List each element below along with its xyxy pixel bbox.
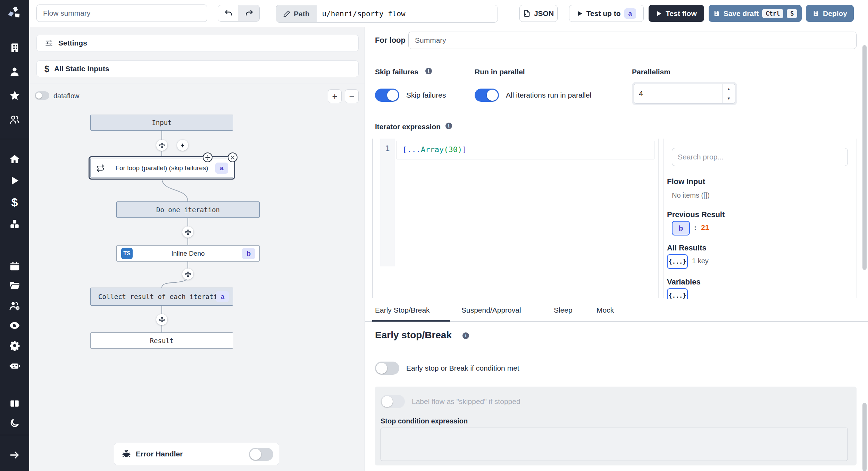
close-icon xyxy=(230,155,235,160)
play-icon xyxy=(656,10,662,17)
star-icon[interactable] xyxy=(0,88,29,103)
inspector-tabs: Early Stop/Break Suspend/Approval Sleep … xyxy=(365,299,868,322)
scrollbar-thumb[interactable] xyxy=(862,45,867,270)
user-icon[interactable] xyxy=(0,64,29,79)
tab-sleep[interactable]: Sleep xyxy=(554,299,573,321)
all-results-heading: All Results xyxy=(667,243,707,253)
run-in-parallel-toggle[interactable] xyxy=(475,89,499,102)
variables-heading: Variables xyxy=(667,278,701,287)
step-id-badge: a xyxy=(215,163,228,174)
dataflow-label: dataflow xyxy=(53,92,80,100)
expand-arrow-icon[interactable] xyxy=(0,447,29,463)
bug-icon xyxy=(122,449,131,458)
schedules-calendar-icon[interactable] xyxy=(0,258,29,274)
trigger-bolt-button[interactable] xyxy=(177,140,188,151)
skip-failures-toggle[interactable] xyxy=(375,89,399,102)
info-icon[interactable]: i xyxy=(462,332,469,339)
deploy-button[interactable]: Deploy xyxy=(806,5,854,22)
panel-divider xyxy=(663,139,664,298)
parallelism-input[interactable] xyxy=(634,84,722,103)
typescript-icon: TS xyxy=(121,248,133,259)
undo-button[interactable] xyxy=(218,5,239,21)
early-stop-toggle[interactable] xyxy=(375,362,399,375)
windmill-logo-icon[interactable] xyxy=(0,5,29,20)
step-badge: a xyxy=(624,8,636,19)
move-node-button[interactable] xyxy=(203,152,212,162)
node-input[interactable]: Input xyxy=(90,115,233,131)
kbd-s: S xyxy=(787,9,797,18)
all-static-inputs-button[interactable]: $ All Static Inputs xyxy=(36,60,359,77)
test-up-to-button[interactable]: Test up to a xyxy=(569,5,644,22)
all-results-count: 1 key xyxy=(692,257,709,265)
users-icon[interactable] xyxy=(0,112,29,127)
skipped-label-toggle-label: Label flow as "skipped" if stopped xyxy=(412,397,520,406)
info-icon[interactable]: i xyxy=(425,68,432,74)
info-icon[interactable]: i xyxy=(445,123,452,129)
ai-robot-icon[interactable] xyxy=(0,358,29,373)
path-input[interactable] xyxy=(317,5,498,22)
add-step-button[interactable] xyxy=(156,140,167,151)
play-icon xyxy=(577,10,583,17)
flow-settings-button[interactable]: Settings xyxy=(36,35,359,51)
stepper-down-button[interactable]: ▼ xyxy=(723,94,735,104)
resources-cubes-icon[interactable] xyxy=(0,216,29,232)
redo-button[interactable] xyxy=(239,5,259,21)
home-icon[interactable] xyxy=(0,151,29,167)
tab-mock[interactable]: Mock xyxy=(596,299,614,321)
add-step-button[interactable] xyxy=(182,268,193,280)
node-collect-result[interactable]: Collect result of each iteration a xyxy=(90,288,233,306)
folders-icon[interactable] xyxy=(0,278,29,293)
previous-result-key-pill[interactable]: b xyxy=(672,221,690,236)
error-handler-card[interactable]: Error Handler xyxy=(114,443,279,465)
plus-icon xyxy=(185,271,191,278)
groups-gear-icon[interactable] xyxy=(0,298,29,313)
add-step-button[interactable] xyxy=(182,226,193,238)
editor-gutter xyxy=(380,139,395,266)
json-button[interactable]: JSON xyxy=(519,5,558,22)
stop-condition-editor[interactable] xyxy=(381,428,848,461)
docs-book-icon[interactable] xyxy=(0,396,29,411)
node-result[interactable]: Result xyxy=(90,332,233,349)
runs-play-icon[interactable] xyxy=(0,173,29,188)
plus-icon xyxy=(185,229,191,236)
scrollbar-thumb[interactable] xyxy=(862,403,867,471)
workspace-building-icon[interactable] xyxy=(0,40,29,55)
delete-node-button[interactable] xyxy=(228,152,237,162)
add-step-button[interactable] xyxy=(156,314,167,325)
sliders-icon xyxy=(44,39,53,48)
pencil-icon xyxy=(283,10,291,18)
early-stop-heading: Early stop/Break xyxy=(375,330,452,341)
tab-early-stop-break[interactable]: Early Stop/Break xyxy=(375,299,430,321)
save-draft-button[interactable]: Save draft Ctrl S xyxy=(709,5,802,22)
flow-summary-input[interactable] xyxy=(36,5,207,22)
variables-dollar-icon[interactable]: $ xyxy=(0,195,29,210)
dataflow-toggle[interactable] xyxy=(35,91,49,100)
node-inline-deno[interactable]: TS Inline Deno b xyxy=(116,245,260,262)
iterator-expression-heading: Iterator expression xyxy=(375,123,441,131)
search-prop-input[interactable] xyxy=(672,148,848,166)
path-edit-button[interactable]: Path xyxy=(276,5,317,22)
zoom-out-button[interactable]: − xyxy=(345,89,359,103)
error-handler-toggle[interactable] xyxy=(249,448,273,461)
tab-suspend-approval[interactable]: Suspend/Approval xyxy=(461,299,521,321)
topbar: Path JSON Test up to a Test flow Save dr… xyxy=(29,0,868,27)
stop-condition-label: Stop condition expression xyxy=(381,417,468,425)
panel-divider xyxy=(857,139,857,298)
step-id-badge: b xyxy=(242,248,255,259)
windmill-flow-editor: $ xyxy=(0,0,868,471)
dark-mode-moon-icon[interactable] xyxy=(0,415,29,431)
zoom-in-button[interactable]: + xyxy=(328,89,342,103)
skipped-label-toggle[interactable] xyxy=(381,395,405,408)
all-results-object-pill[interactable]: {...} xyxy=(667,254,688,269)
settings-gear-icon[interactable] xyxy=(0,338,29,353)
node-do-one-iteration[interactable]: Do one iteration xyxy=(116,201,260,218)
node-for-loop[interactable]: For loop (parallel) (skip failures) a xyxy=(90,158,233,178)
summary-input[interactable] xyxy=(408,32,857,49)
test-flow-button[interactable]: Test flow xyxy=(649,5,704,22)
sidebar-divider xyxy=(0,139,29,139)
previous-result-heading: Previous Result xyxy=(667,210,725,219)
iterator-code-editor[interactable]: 1 [...Array(30)] xyxy=(372,139,659,298)
audit-eye-icon[interactable] xyxy=(0,318,29,333)
stepper-up-button[interactable]: ▲ xyxy=(723,84,735,94)
colon-separator: : xyxy=(694,224,696,232)
